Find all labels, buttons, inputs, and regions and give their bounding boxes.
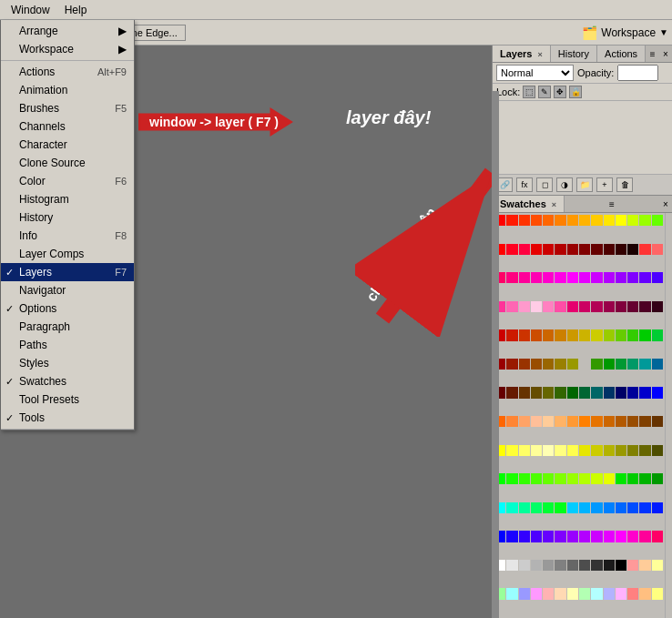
swatch-item[interactable] [604,416,615,427]
swatch-item[interactable] [543,445,554,456]
swatch-item[interactable] [627,244,638,255]
swatch-item[interactable] [627,416,638,427]
menu-swatches[interactable]: ✓ Swatches [1,372,134,390]
swatch-item[interactable] [604,445,615,456]
swatch-item[interactable] [519,560,530,571]
swatch-item[interactable] [639,244,650,255]
swatch-item[interactable] [627,272,638,283]
swatch-item[interactable] [531,301,542,312]
delete-layer-btn[interactable]: 🗑 [616,177,633,192]
swatch-item[interactable] [604,215,615,226]
swatch-item[interactable] [531,502,542,513]
swatch-item[interactable] [639,560,650,571]
swatch-item[interactable] [591,272,602,283]
swatch-item[interactable] [506,244,517,255]
lock-transparent-icon[interactable]: ⬚ [523,86,535,98]
swatch-item[interactable] [519,272,530,283]
swatch-item[interactable] [506,502,517,513]
panel-resize-handle[interactable] [492,91,499,618]
tab-history[interactable]: History [551,46,597,62]
swatch-item[interactable] [591,416,602,427]
swatch-item[interactable] [639,359,650,370]
lock-all-icon[interactable]: 🔒 [569,86,582,98]
swatch-item[interactable] [591,531,602,542]
swatch-item[interactable] [506,531,517,542]
workspace-label[interactable]: Workspace [601,26,656,39]
swatch-item[interactable] [616,301,626,312]
swatch-item[interactable] [555,244,565,255]
swatch-item[interactable] [627,560,638,571]
swatch-item[interactable] [604,588,615,599]
swatch-item[interactable] [579,301,590,312]
swatch-item[interactable] [506,588,517,599]
new-layer-btn[interactable]: + [596,177,613,192]
swatch-item[interactable] [519,301,530,312]
swatch-item[interactable] [519,531,530,542]
swatch-item[interactable] [616,215,626,226]
swatch-item[interactable] [591,387,602,398]
swatch-item[interactable] [627,215,638,226]
swatch-item[interactable] [543,301,554,312]
swatch-item[interactable] [591,244,602,255]
swatch-item[interactable] [616,473,626,484]
swatch-item[interactable] [627,301,638,312]
swatch-item[interactable] [652,272,663,283]
swatch-item[interactable] [519,416,530,427]
swatch-item[interactable] [616,560,626,571]
swatches-tab-close[interactable]: × [552,200,556,209]
menu-animation[interactable]: Animation [1,81,134,99]
swatch-item[interactable] [591,502,602,513]
swatch-item[interactable] [604,502,615,513]
swatch-item[interactable] [579,272,590,283]
swatch-item[interactable] [616,588,626,599]
swatch-item[interactable] [591,215,602,226]
swatch-item[interactable] [652,416,663,427]
swatch-item[interactable] [639,416,650,427]
mask-btn[interactable]: ◻ [536,177,553,192]
swatch-item[interactable] [506,329,517,340]
layers-panel-close[interactable]: × [659,47,672,60]
swatch-item[interactable] [531,416,542,427]
swatch-item[interactable] [627,359,638,370]
swatches-panel-menu[interactable]: ≡ [606,198,618,210]
swatch-item[interactable] [519,215,530,226]
swatch-item[interactable] [652,244,663,255]
swatch-item[interactable] [519,244,530,255]
swatch-item[interactable] [543,215,554,226]
swatch-item[interactable] [531,329,542,340]
menu-tool-presets[interactable]: Tool Presets [1,390,134,409]
swatch-item[interactable] [652,531,663,542]
swatch-item[interactable] [531,445,542,456]
swatch-item[interactable] [639,387,650,398]
menu-character[interactable]: Character [1,136,134,154]
swatch-item[interactable] [652,445,663,456]
swatch-item[interactable] [543,387,554,398]
menu-options[interactable]: ✓ Options [1,299,134,318]
tab-layers[interactable]: Layers × [493,46,551,62]
swatch-item[interactable] [652,359,663,370]
swatch-item[interactable] [627,502,638,513]
swatch-item[interactable] [555,272,565,283]
swatch-item[interactable] [579,215,590,226]
swatch-item[interactable] [555,301,565,312]
swatch-item[interactable] [555,359,565,370]
swatch-item[interactable] [567,329,578,340]
swatch-item[interactable] [616,244,626,255]
swatch-item[interactable] [519,473,530,484]
swatch-item[interactable] [604,244,615,255]
swatch-item[interactable] [567,445,578,456]
swatch-item[interactable] [616,445,626,456]
fx-btn[interactable]: fx [516,177,533,192]
swatch-item[interactable] [567,244,578,255]
tab-swatches[interactable]: Swatches × [493,196,565,212]
swatch-item[interactable] [616,359,626,370]
swatch-item[interactable] [627,473,638,484]
swatch-item[interactable] [506,359,517,370]
swatch-item[interactable] [567,272,578,283]
menu-history[interactable]: History [1,208,134,227]
swatch-item[interactable] [555,215,565,226]
swatch-item[interactable] [567,301,578,312]
swatch-item[interactable] [531,244,542,255]
swatch-item[interactable] [543,359,554,370]
swatch-item[interactable] [579,588,590,599]
